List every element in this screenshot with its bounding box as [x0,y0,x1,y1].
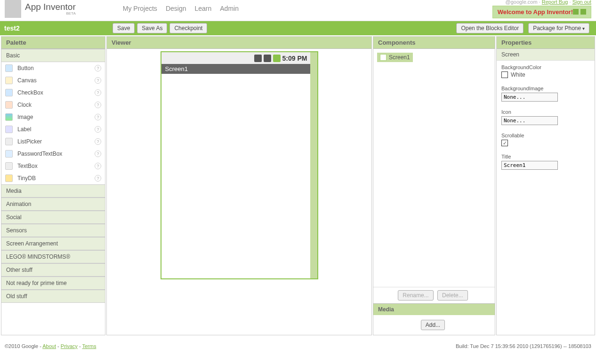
build-info: Build: Tue Dec 7 15:39:56 2010 (12917651… [456,343,591,349]
media-header: Media [373,303,495,315]
help-icon[interactable]: ? [95,126,101,133]
palette-section[interactable]: Other stuff [1,263,105,277]
palette-item-image[interactable]: Image? [1,111,105,123]
properties-panel: Properties Screen BackgroundColor White … [496,36,595,335]
palette-item-button[interactable]: Button? [1,62,105,74]
palette-item-label: PasswordTextBox [17,150,62,157]
components-header: Components [373,37,495,49]
android-icon [5,0,21,18]
icon-tinydb [5,174,13,182]
icon-textbox [5,162,13,170]
rename-button[interactable]: Rename... [398,290,433,301]
app-title: App Inventor [25,2,76,12]
nav-learn[interactable]: Learn [194,5,211,12]
palette-item-canvas[interactable]: Canvas? [1,74,105,87]
help-icon[interactable]: ? [95,89,101,96]
palette-section-basic[interactable]: Basic [1,49,105,62]
palette-section[interactable]: Media [1,184,105,198]
palette-item-tinydb[interactable]: TinyDB? [1,172,105,184]
palette-item-label: Label [17,126,31,133]
components-panel: Components Screen1 Rename... Delete... M… [373,36,495,335]
checkpoint-button[interactable]: Checkpoint [169,23,207,33]
viewer-body: 5:09 PM Screen1 [107,49,371,298]
palette-section[interactable]: Sensors [1,224,105,237]
prop-icon-label: Icon [501,109,590,115]
phone-mock[interactable]: 5:09 PM Screen1 [161,51,318,279]
palette-section[interactable]: Old stuff [1,290,105,303]
welcome-text: Welcome to App Inventor! [498,8,573,16]
open-blocks-button[interactable]: Open the Blocks Editor [456,23,524,33]
project-name: test2 [4,24,103,32]
privacy-link[interactable]: Privacy [61,343,78,349]
palette-item-label: CheckBox [17,89,43,96]
prop-icon-input[interactable] [501,116,558,125]
prop-title-input[interactable] [501,161,558,170]
prop-bgimage-input[interactable] [501,93,558,102]
icon-clock [5,101,13,109]
icon-button [5,64,13,72]
maximize-icon[interactable] [580,9,586,15]
help-icon[interactable]: ? [95,65,101,71]
help-icon[interactable]: ? [95,114,101,120]
palette-item-clock[interactable]: Clock? [1,99,105,111]
palette-item-label: Image [17,114,33,120]
footer: ©2010 Google - About - Privacy - Terms B… [0,336,596,356]
sign-out-link[interactable]: Sign out [572,0,591,5]
palette-section[interactable]: Social [1,211,105,224]
media-body: Add... [373,315,495,335]
report-bug-link[interactable]: Report Bug [542,0,568,5]
delete-button[interactable]: Delete... [437,290,468,301]
logo[interactable]: App Inventor BETA [5,0,76,18]
palette-item-label[interactable]: Label? [1,123,105,135]
nav-design[interactable]: Design [166,5,186,12]
nav-admin[interactable]: Admin [220,5,239,12]
help-icon[interactable]: ? [95,150,101,157]
screen-icon [380,54,387,61]
palette-section[interactable]: Animation [1,198,105,211]
toolbar: test2 Save Save As Checkpoint Open the B… [0,21,596,35]
component-screen1[interactable]: Screen1 [377,53,413,62]
icon-checkbox [5,89,13,96]
color-swatch-icon [501,71,508,78]
palette-item-label: TextBox [17,163,38,169]
help-icon[interactable]: ? [95,77,101,84]
prop-scrollable-label: Scrollable [501,133,590,138]
save-as-button[interactable]: Save As [137,23,167,33]
help-icon[interactable]: ? [95,175,101,182]
prop-title-label: Title [501,154,590,159]
palette-item-checkbox[interactable]: CheckBox? [1,87,105,99]
viewer-header: Viewer [107,37,371,49]
nav-my-projects[interactable]: My Projects [123,5,157,12]
palette-item-passwordtextbox[interactable]: PasswordTextBox? [1,148,105,160]
add-media-button[interactable]: Add... [421,320,445,330]
status-3g-icon [254,55,262,62]
palette-section[interactable]: LEGO® MINDSTORMS® [1,250,105,263]
save-button[interactable]: Save [113,23,135,33]
palette-section[interactable]: Screen Arrangement [1,237,105,250]
about-link[interactable]: About [42,343,56,349]
user-email: @google.com [506,0,538,5]
status-battery-icon [273,55,281,62]
icon-label [5,126,13,133]
beta-label: BETA [25,11,76,16]
prop-scrollable-checkbox[interactable]: ✓ [501,140,508,146]
component-tree: Screen1 [373,49,495,287]
palette-item-listpicker[interactable]: ListPicker? [1,135,105,148]
icon-image [5,113,13,121]
minimize-icon[interactable] [573,9,579,15]
header-right: @google.com · Report Bug · Sign out Welc… [492,0,591,18]
properties-header: Properties [497,37,595,49]
component-label: Screen1 [389,54,410,61]
palette-section[interactable]: Not ready for prime time [1,277,105,290]
palette-item-label: Button [17,65,34,71]
package-button[interactable]: Package for Phone [528,23,589,33]
help-icon[interactable]: ? [95,102,101,108]
help-icon[interactable]: ? [95,138,101,145]
icon-listpicker [5,138,13,145]
palette-item-textbox[interactable]: TextBox? [1,160,105,172]
prop-bgcolor-value[interactable]: White [501,71,590,78]
workspace: Palette Basic Button?Canvas?CheckBox?Clo… [0,35,596,336]
terms-link[interactable]: Terms [82,343,96,349]
palette-panel: Palette Basic Button?Canvas?CheckBox?Clo… [1,36,105,335]
help-icon[interactable]: ? [95,163,101,169]
